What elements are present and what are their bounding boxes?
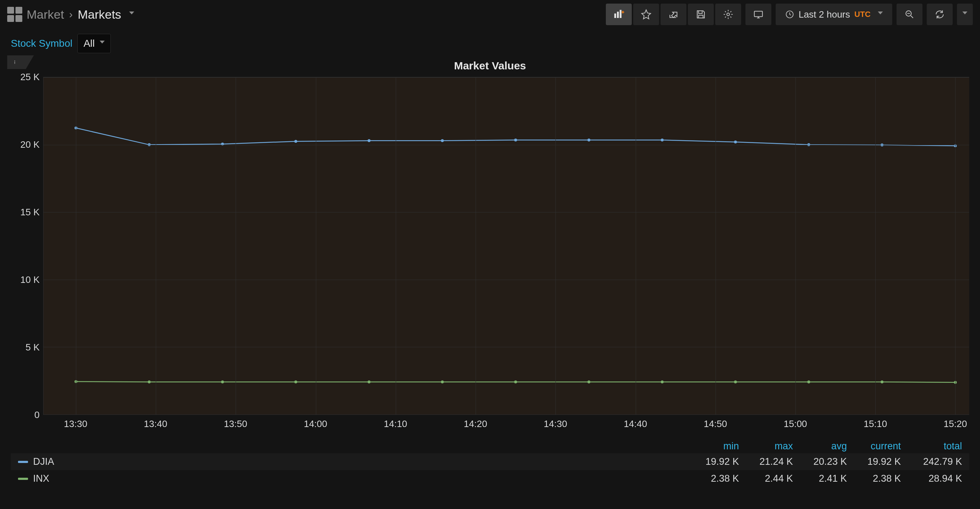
data-point bbox=[294, 381, 297, 384]
chevron-down-icon bbox=[963, 11, 967, 14]
data-point bbox=[368, 139, 371, 142]
dashboard-icon[interactable] bbox=[7, 7, 22, 22]
x-tick-label: 13:30 bbox=[64, 419, 88, 430]
share-icon bbox=[668, 9, 679, 20]
legend-total: 28.94 K bbox=[901, 473, 962, 484]
legend-swatch bbox=[18, 461, 28, 463]
breadcrumb: Market › Markets bbox=[27, 8, 134, 22]
legend-col-avg[interactable]: avg bbox=[793, 441, 847, 452]
info-icon bbox=[11, 59, 18, 65]
add-panel-button[interactable] bbox=[606, 3, 632, 25]
x-tick-label: 14:10 bbox=[384, 419, 407, 430]
legend-min: 19.92 K bbox=[685, 456, 739, 467]
legend-row[interactable]: INX 2.38 K 2.44 K 2.41 K 2.38 K 28.94 K bbox=[11, 470, 969, 487]
legend-avg: 20.23 K bbox=[793, 456, 847, 467]
data-point bbox=[441, 381, 444, 384]
legend-current: 19.92 K bbox=[847, 456, 901, 467]
legend-series-name: INX bbox=[33, 473, 49, 484]
gear-icon bbox=[723, 9, 733, 20]
breadcrumb-parent[interactable]: Market bbox=[27, 8, 64, 22]
data-point bbox=[514, 381, 517, 384]
x-tick-label: 13:40 bbox=[144, 419, 167, 430]
svg-point-7 bbox=[14, 60, 15, 61]
svg-rect-1 bbox=[617, 12, 619, 18]
data-point bbox=[661, 138, 664, 141]
legend-series: DJIA bbox=[18, 456, 685, 467]
tv-mode-button[interactable] bbox=[745, 3, 772, 25]
legend-series-name: DJIA bbox=[33, 456, 54, 467]
y-tick-label: 25 K bbox=[11, 71, 40, 82]
y-tick-label: 5 K bbox=[11, 342, 40, 353]
svg-rect-0 bbox=[614, 14, 616, 18]
template-variables-row: Stock Symbol All bbox=[0, 29, 980, 55]
data-point bbox=[514, 138, 517, 141]
data-point bbox=[221, 381, 224, 384]
x-tick-label: 14:40 bbox=[624, 419, 647, 430]
chart-panel: Market Values 05 K10 K15 K20 K25 K 13:30… bbox=[11, 57, 969, 435]
zoom-out-icon bbox=[904, 9, 915, 20]
x-axis: 13:3013:4013:5014:0014:1014:2014:3014:40… bbox=[43, 415, 969, 435]
legend-total: 242.79 K bbox=[901, 456, 962, 467]
legend-col-total[interactable]: total bbox=[901, 441, 962, 452]
series-line bbox=[76, 128, 955, 146]
legend-min: 2.38 K bbox=[685, 473, 739, 484]
refresh-interval-picker[interactable] bbox=[957, 3, 973, 25]
y-tick-label: 10 K bbox=[11, 274, 40, 285]
star-button[interactable] bbox=[633, 3, 659, 25]
svg-point-3 bbox=[727, 13, 730, 16]
refresh-button[interactable] bbox=[927, 3, 953, 25]
plot-area: 05 K10 K15 K20 K25 K bbox=[11, 77, 969, 415]
x-tick-label: 14:20 bbox=[464, 419, 487, 430]
chevron-down-icon bbox=[100, 41, 105, 43]
data-point bbox=[148, 381, 151, 384]
legend-col-max[interactable]: max bbox=[739, 441, 793, 452]
toolbar-button-group bbox=[606, 3, 741, 25]
share-button[interactable] bbox=[660, 3, 686, 25]
panel-title: Market Values bbox=[11, 57, 969, 77]
variable-value: All bbox=[83, 38, 95, 49]
legend-max: 2.44 K bbox=[739, 473, 793, 484]
monitor-icon bbox=[753, 9, 764, 20]
legend-header: min max avg current total bbox=[11, 439, 969, 453]
data-point bbox=[881, 381, 884, 384]
time-range-tz: UTC bbox=[854, 10, 871, 19]
legend-col-min[interactable]: min bbox=[685, 441, 739, 452]
top-toolbar: Market › Markets Las bbox=[0, 0, 980, 29]
bar-chart-plus-icon bbox=[613, 9, 624, 20]
legend-col-current[interactable]: current bbox=[847, 441, 901, 452]
x-tick-label: 15:00 bbox=[784, 419, 807, 430]
y-tick-label: 0 bbox=[11, 409, 40, 420]
chevron-right-icon: › bbox=[69, 8, 73, 21]
data-point bbox=[734, 141, 737, 143]
refresh-icon bbox=[934, 9, 945, 20]
star-icon bbox=[641, 9, 652, 20]
x-tick-label: 14:30 bbox=[544, 419, 567, 430]
legend-series: INX bbox=[18, 473, 685, 484]
chevron-down-icon[interactable] bbox=[129, 11, 134, 14]
y-tick-label: 20 K bbox=[11, 139, 40, 150]
data-point bbox=[587, 381, 590, 384]
chevron-down-icon bbox=[878, 11, 883, 14]
variable-label: Stock Symbol bbox=[11, 38, 72, 49]
zoom-out-button[interactable] bbox=[897, 3, 923, 25]
legend-swatch bbox=[18, 478, 28, 480]
x-tick-label: 14:50 bbox=[704, 419, 727, 430]
save-icon bbox=[695, 9, 706, 20]
data-point bbox=[587, 138, 590, 141]
legend-avg: 2.41 K bbox=[793, 473, 847, 484]
plot-surface[interactable] bbox=[43, 77, 969, 415]
data-point bbox=[294, 140, 297, 143]
data-point bbox=[661, 381, 664, 384]
svg-rect-8 bbox=[14, 62, 15, 64]
legend-table: min max avg current total DJIA 19.92 K 2… bbox=[11, 439, 969, 487]
x-tick-label: 15:10 bbox=[864, 419, 887, 430]
settings-button[interactable] bbox=[715, 3, 741, 25]
legend-row[interactable]: DJIA 19.92 K 21.24 K 20.23 K 19.92 K 242… bbox=[11, 453, 969, 470]
save-button[interactable] bbox=[688, 3, 714, 25]
time-range-label: Last 2 hours bbox=[799, 9, 850, 20]
x-tick-label: 14:00 bbox=[304, 419, 327, 430]
time-range-picker[interactable]: Last 2 hours UTC bbox=[776, 3, 892, 25]
y-tick-label: 15 K bbox=[11, 207, 40, 218]
variable-select[interactable]: All bbox=[77, 34, 111, 53]
breadcrumb-current[interactable]: Markets bbox=[78, 8, 121, 22]
